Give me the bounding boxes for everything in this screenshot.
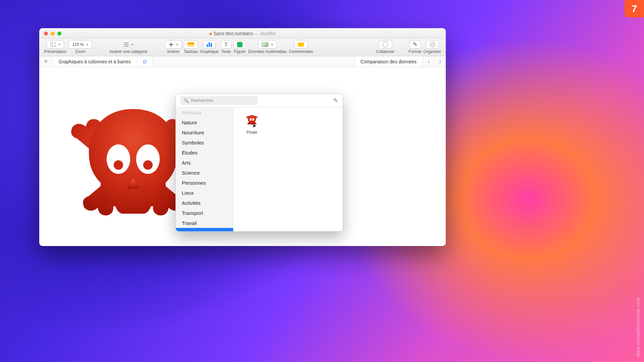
search-icon: 🔍	[183, 98, 189, 103]
toolbar: ▾ Présentation 125 %▾ Zoom ▾ Insérer une…	[39, 39, 446, 56]
draw-shape-button[interactable]: ✎	[333, 97, 338, 104]
collaborate-label: Collaborer	[376, 49, 394, 54]
pirate-icon	[244, 114, 260, 127]
text-button[interactable]: T Texte	[221, 40, 231, 54]
organize-label: Organiser	[423, 49, 441, 54]
popover-header: 🔍 Rechercher ✎	[176, 94, 343, 107]
comment-icon	[298, 43, 304, 47]
shape-grid: Pirate ➤	[233, 107, 343, 231]
chevron-down-icon: ▾	[176, 43, 178, 46]
app-window: Sans titre.numbers — Modifié ▾ Présentat…	[39, 28, 446, 246]
chevron-down-icon: ▾	[131, 43, 133, 46]
watermark-url: www.competencemac.com	[635, 297, 641, 357]
close-window-icon[interactable]	[44, 32, 48, 36]
shape-label: Figure	[234, 49, 246, 54]
category-list[interactable]: Animaux Nature Nourriture Symboles Étude…	[176, 107, 233, 231]
organize-icon	[430, 42, 435, 47]
category-item[interactable]: Activités	[176, 198, 233, 208]
window-title: Sans titre.numbers — Modifié	[39, 31, 446, 36]
insert-button[interactable]: ▾ Insérer	[165, 40, 182, 54]
app-badge-icon	[210, 33, 212, 35]
shape-icon	[237, 42, 243, 47]
table-icon	[187, 42, 194, 47]
media-button[interactable]: ▾ Données multimédias	[248, 40, 287, 54]
svg-point-6	[250, 120, 251, 121]
category-item[interactable]: Animaux	[176, 107, 233, 117]
canvas[interactable]: 🔍 Rechercher ✎ Animaux Nature Nourriture…	[39, 67, 446, 246]
list-icon	[124, 43, 128, 47]
format-button[interactable]: ✎ Format	[409, 40, 421, 54]
fullscreen-window-icon[interactable]	[57, 32, 61, 36]
category-item-selected[interactable]: Mes figures	[176, 228, 233, 231]
svg-point-3	[143, 160, 153, 170]
category-item[interactable]: Nourriture	[176, 127, 233, 137]
collaborate-button[interactable]: Collaborer	[376, 40, 394, 54]
sheet-tab[interactable]: Graphiques à colonnes et à barres	[53, 56, 137, 67]
sheet-nav: ‹ ›	[423, 56, 446, 67]
media-label: Données multimédias	[248, 49, 287, 54]
sheet-prev-button[interactable]: ‹	[423, 58, 434, 65]
chart-label: Graphique	[200, 49, 219, 54]
category-item[interactable]: Symboles	[176, 137, 233, 147]
plus-icon	[169, 42, 173, 47]
insert-category-button[interactable]: ▾ Insérer une catégorie	[109, 40, 147, 54]
shapes-popover: 🔍 Rechercher ✎ Animaux Nature Nourriture…	[175, 94, 343, 232]
collaborate-icon	[382, 42, 388, 48]
shape-name: Pirate	[247, 130, 257, 135]
presentation-label: Présentation	[44, 49, 66, 54]
format-label: Format	[409, 49, 421, 54]
zoom-button[interactable]: 125 %▾ Zoom	[68, 40, 92, 54]
svg-point-7	[253, 120, 254, 121]
comment-button[interactable]: Commentaire	[289, 40, 313, 54]
presentation-button[interactable]: ▾ Présentation	[44, 40, 66, 54]
shape-item[interactable]: Pirate ➤	[240, 114, 264, 135]
organize-button[interactable]: Organiser	[423, 40, 441, 54]
table-button[interactable]: Tableau	[184, 40, 198, 54]
category-item[interactable]: Études	[176, 147, 233, 158]
chart-icon	[207, 42, 212, 47]
category-item[interactable]: Personnes	[176, 178, 233, 188]
category-item[interactable]: Travail	[176, 218, 233, 228]
sheet-next-button[interactable]: ›	[434, 58, 446, 65]
minimize-window-icon[interactable]	[51, 32, 55, 36]
table-label: Tableau	[184, 49, 198, 54]
traffic-lights[interactable]	[44, 32, 61, 36]
chevron-down-icon: ▾	[59, 43, 60, 46]
shape-button[interactable]: Figure	[233, 40, 246, 54]
step-badge: 7	[625, 0, 644, 17]
sheet-tab-bar: + Graphiques à colonnes et à barres D Co…	[39, 56, 446, 67]
sheet-reference-tab[interactable]: Comparaison des données	[354, 56, 423, 67]
category-item[interactable]: Arts	[176, 158, 233, 168]
text-icon: T	[224, 42, 228, 48]
search-placeholder: Rechercher	[191, 98, 213, 103]
text-label: Texte	[221, 49, 231, 54]
zoom-value: 125 %	[72, 42, 84, 47]
add-sheet-button[interactable]: +	[39, 56, 53, 67]
zoom-label: Zoom	[75, 49, 86, 54]
insert-label: Insérer	[167, 49, 179, 54]
title-bar: Sans titre.numbers — Modifié	[39, 28, 446, 39]
media-icon	[262, 42, 268, 47]
search-input[interactable]: 🔍 Rechercher	[180, 97, 258, 105]
chevron-down-icon: ▾	[271, 43, 273, 46]
chart-button[interactable]: Graphique	[200, 40, 219, 54]
category-item[interactable]: Nature	[176, 117, 233, 127]
brush-icon: ✎	[413, 41, 417, 48]
chevron-down-icon: ▾	[87, 43, 88, 46]
category-item[interactable]: Transport	[176, 208, 233, 218]
comment-label: Commentaire	[289, 49, 313, 54]
category-item[interactable]: Lieux	[176, 188, 233, 198]
svg-point-2	[114, 160, 123, 170]
presentation-icon	[50, 43, 56, 47]
insert-category-label: Insérer une catégorie	[109, 49, 147, 54]
sheet-tab-active[interactable]: D	[137, 56, 153, 67]
category-item[interactable]: Science	[176, 168, 233, 178]
